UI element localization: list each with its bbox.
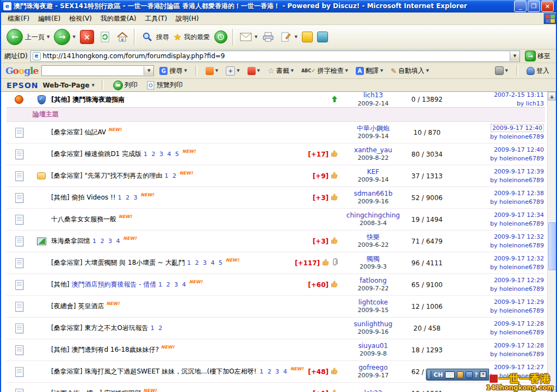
thread-title-link[interactable]: 偷拍 Videos !! <box>71 193 115 202</box>
thread-title-link[interactable]: 大壞蛋獨關 與 18小壞蛋 ~ 大亂鬥 <box>84 258 185 267</box>
thread-pagination[interactable]: 1 2 3 4 5 <box>144 151 180 158</box>
thread-title-link[interactable]: 宏X婚姻回顧 <box>104 389 141 392</box>
thread-author-link[interactable]: lightcoke <box>358 298 388 306</box>
thread-title-link[interactable]: 珠海打風之下過超SWEET 妹妹，沉沉地...(樓下加O左相呀!) <box>84 367 257 376</box>
thread-pagination[interactable]: 1 2 <box>151 325 164 332</box>
thread-title-link[interactable]: 澳門酒店預約賽後報告 - 倩倩 <box>71 280 156 289</box>
menu-view[interactable]: 檢視(V) <box>65 13 96 24</box>
last-post-time-link[interactable]: 2009-9-17 12:32 <box>494 255 544 262</box>
thread-title-link[interactable]: 十八桑拿女女服務一般 <box>51 215 116 224</box>
last-post-time-link[interactable]: 2009-9-17 12:29 <box>494 298 544 306</box>
address-input[interactable]: e http://141hongkong.com/forum/forumdisp… <box>30 51 520 62</box>
search-button[interactable]: 搜尋 <box>139 29 171 45</box>
thread-author-link[interactable]: 中華小鋼炮 <box>357 125 389 132</box>
thread-author-link[interactable]: 獨獨 <box>367 255 380 263</box>
epson-preview-button[interactable]: 預覽列印 <box>144 79 185 91</box>
back-dropdown-icon[interactable]: ▼ <box>47 35 49 39</box>
thread-title-link[interactable]: "先落刀"找不到再去的理由 <box>84 171 162 181</box>
last-post-time-link[interactable]: 2009-9-17 12:28 <box>494 342 544 349</box>
forward-button[interactable]: → ▼ <box>52 27 77 47</box>
thread-pagination[interactable]: 1 2 3 4 <box>92 238 121 245</box>
home-button[interactable] <box>114 29 131 45</box>
last-post-author-link[interactable]: by holeinone6789 <box>490 133 544 140</box>
bookmarks-caret-icon[interactable]: ▼ <box>291 69 294 73</box>
last-post-time-link[interactable]: 2009-9-17 12:27 <box>494 364 544 371</box>
menu-help[interactable]: 說明(H) <box>171 13 203 24</box>
google-search-button[interactable]: G 搜尋 ▼ <box>157 65 189 77</box>
menu-edit[interactable]: 編輯(E) <box>34 13 65 24</box>
edit-button[interactable]: ▼ <box>277 29 299 45</box>
thread-title-link[interactable]: 澳門邊到有d 16-18歲妹妹仔? <box>71 345 159 354</box>
news-caret-icon[interactable]: ▼ <box>215 69 218 73</box>
sticky-thread-title-link[interactable]: [其他] 澳門珠海夜遊指南 <box>51 95 125 104</box>
last-post-author-link[interactable]: by holeinone6789 <box>490 177 544 184</box>
thread-pagination[interactable]: 1 2 3 4 <box>158 281 187 288</box>
last-post-author-link[interactable]: by holeinone6789 <box>490 198 544 206</box>
last-post-author-link[interactable]: by holeinone6789 <box>490 307 544 314</box>
google-signin-button[interactable]: 登入 <box>524 65 552 77</box>
ime-pad-icon[interactable] <box>466 371 473 378</box>
ime-tool-icon[interactable] <box>457 371 464 378</box>
last-post-author-link[interactable]: by holeinone6789 <box>490 155 544 162</box>
settings-caret-icon[interactable]: ▼ <box>505 69 508 73</box>
last-post-author-link[interactable]: by holeinone6789 <box>490 220 544 227</box>
thread-author-link[interactable]: gofreego <box>358 364 388 371</box>
edit-dropdown-icon[interactable]: ▼ <box>294 35 297 39</box>
google-translate-button[interactable]: A翻譯▼ <box>354 65 385 77</box>
back-button[interactable]: ← 上一頁 ▼ <box>4 27 52 47</box>
translate-caret-icon[interactable]: ▼ <box>380 69 383 73</box>
web-to-page-caret-icon[interactable]: ▼ <box>91 83 94 88</box>
menu-favorites[interactable]: 我的最愛(A) <box>96 13 141 24</box>
last-post-author-link[interactable]: by holeinone6789 <box>490 242 544 249</box>
sticky-author-link[interactable]: lich13 <box>363 92 383 99</box>
last-post-time-link[interactable]: 2009-9-17 12:34 <box>494 211 544 219</box>
print-button[interactable] <box>259 29 277 45</box>
thread-author-link[interactable]: fatloong <box>360 277 387 284</box>
last-post-time-link[interactable]: 2009-9-17 12:29 <box>494 277 544 284</box>
last-post-author-link[interactable]: by holeinone6789 <box>490 351 544 358</box>
menu-tools[interactable]: 工具(T) <box>140 13 171 24</box>
last-post-time-link[interactable]: 2009-9-17 12:38 <box>494 190 544 197</box>
google-spellcheck-button[interactable]: ABC✓拼字檢查▼ <box>299 65 350 77</box>
spellcheck-caret-icon[interactable]: ▼ <box>345 69 348 73</box>
google-search-input[interactable]: ▼ <box>41 65 154 76</box>
last-post-time-link[interactable]: 2009-9-17 12:40 <box>494 146 544 153</box>
thread-author-link[interactable]: lok23 <box>364 389 382 392</box>
minimize-button[interactable]: _ <box>514 1 527 12</box>
thread-title-link[interactable]: 英皇酒店 <box>78 302 104 311</box>
maximize-button[interactable]: ❐ <box>528 1 540 12</box>
thread-author-link[interactable]: sdman661b <box>354 190 392 197</box>
thread-pagination[interactable]: 1 2 <box>164 172 177 179</box>
google-search-caret-icon[interactable]: ▼ <box>184 69 187 73</box>
last-post-time-link[interactable]: 2009-9-17 12:39 <box>494 168 544 175</box>
add-caret-icon[interactable]: ▼ <box>237 69 239 73</box>
epson-print-button[interactable]: 列印 <box>111 79 140 91</box>
send-caret-icon[interactable]: ▼ <box>257 69 260 73</box>
scroll-up-icon[interactable]: ▲ <box>548 92 556 101</box>
last-post-time-link[interactable]: 2009-9-17 12:28 <box>494 320 544 327</box>
close-button[interactable]: × <box>541 1 554 12</box>
thread-title-link[interactable]: 極速偷跳D1 完成版 <box>84 150 141 159</box>
thread-title-link[interactable]: 仙記AV <box>84 128 106 137</box>
ime-help-icon[interactable]: ? <box>475 372 478 378</box>
media-button[interactable] <box>315 30 330 44</box>
mail-button[interactable]: ▼ <box>237 29 259 45</box>
thread-title-link[interactable]: 東方之不太O岩玩報告 <box>84 323 148 333</box>
refresh-button[interactable] <box>96 29 114 45</box>
last-post-author-link[interactable]: by holeinone6789 <box>490 264 544 271</box>
last-post-author-link[interactable]: by holeinone6789 <box>490 285 544 293</box>
ime-language-bar[interactable]: CH ? ▾ <box>426 369 489 381</box>
langbar-grip[interactable] <box>429 371 431 378</box>
forward-dropdown-icon[interactable]: ▼ <box>72 35 75 39</box>
stop-button[interactable]: × <box>78 28 96 46</box>
google-settings-button[interactable]: ▼ <box>493 65 510 76</box>
menu-file[interactable]: 檔案(F) <box>3 13 34 24</box>
autofill-caret-icon[interactable]: ▼ <box>426 69 429 73</box>
thread-author-link[interactable]: siuyau01 <box>358 342 388 350</box>
google-autofill-button[interactable]: ✎自動填入▼ <box>388 65 431 77</box>
google-send-button[interactable]: ▼ <box>245 66 262 76</box>
keyboard-layout-icon[interactable] <box>445 371 454 378</box>
thread-author-link[interactable]: sunlighthug <box>354 320 393 328</box>
messenger-button[interactable] <box>300 30 315 44</box>
google-search-dropdown-icon[interactable]: ▼ <box>144 66 153 75</box>
